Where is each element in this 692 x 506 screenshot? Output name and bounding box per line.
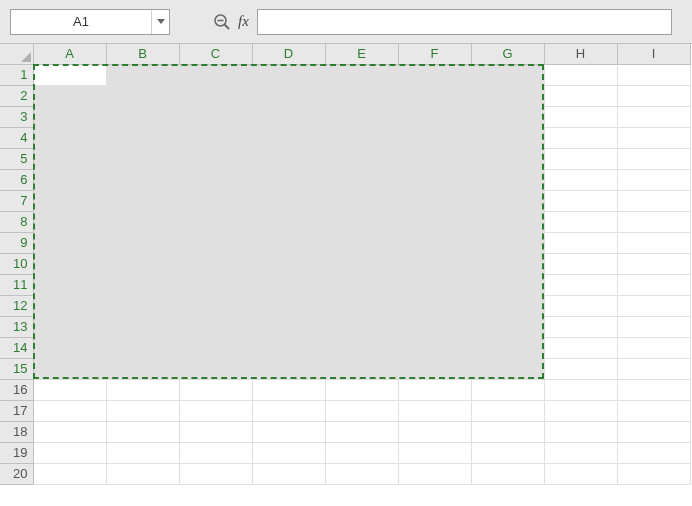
cell-C10[interactable] bbox=[179, 253, 252, 274]
cell-F15[interactable] bbox=[398, 358, 471, 379]
cell-H6[interactable] bbox=[544, 169, 617, 190]
cell-H19[interactable] bbox=[544, 442, 617, 463]
row-header-14[interactable]: 14 bbox=[0, 337, 33, 358]
cell-C11[interactable] bbox=[179, 274, 252, 295]
cell-I16[interactable] bbox=[617, 379, 690, 400]
cell-A2[interactable] bbox=[33, 85, 106, 106]
row-header-9[interactable]: 9 bbox=[0, 232, 33, 253]
row-header-16[interactable]: 16 bbox=[0, 379, 33, 400]
row-header-12[interactable]: 12 bbox=[0, 295, 33, 316]
cell-H18[interactable] bbox=[544, 421, 617, 442]
cell-H1[interactable] bbox=[544, 64, 617, 85]
cell-D12[interactable] bbox=[252, 295, 325, 316]
cell-A19[interactable] bbox=[33, 442, 106, 463]
cell-B1[interactable] bbox=[106, 64, 179, 85]
select-all-cell[interactable] bbox=[0, 44, 33, 64]
cell-F3[interactable] bbox=[398, 106, 471, 127]
cell-B14[interactable] bbox=[106, 337, 179, 358]
row-header-3[interactable]: 3 bbox=[0, 106, 33, 127]
cell-I20[interactable] bbox=[617, 463, 690, 484]
cell-E2[interactable] bbox=[325, 85, 398, 106]
cell-H9[interactable] bbox=[544, 232, 617, 253]
col-header-C[interactable]: C bbox=[179, 44, 252, 64]
cell-D18[interactable] bbox=[252, 421, 325, 442]
cell-I1[interactable] bbox=[617, 64, 690, 85]
cell-F7[interactable] bbox=[398, 190, 471, 211]
cell-F16[interactable] bbox=[398, 379, 471, 400]
cell-D2[interactable] bbox=[252, 85, 325, 106]
cell-C1[interactable] bbox=[179, 64, 252, 85]
cell-A12[interactable] bbox=[33, 295, 106, 316]
cell-H12[interactable] bbox=[544, 295, 617, 316]
cell-A11[interactable] bbox=[33, 274, 106, 295]
cell-D8[interactable] bbox=[252, 211, 325, 232]
col-header-E[interactable]: E bbox=[325, 44, 398, 64]
cell-C8[interactable] bbox=[179, 211, 252, 232]
cell-A8[interactable] bbox=[33, 211, 106, 232]
cell-D14[interactable] bbox=[252, 337, 325, 358]
cell-F18[interactable] bbox=[398, 421, 471, 442]
cell-D10[interactable] bbox=[252, 253, 325, 274]
cell-E7[interactable] bbox=[325, 190, 398, 211]
cell-A16[interactable] bbox=[33, 379, 106, 400]
cell-A3[interactable] bbox=[33, 106, 106, 127]
cell-E13[interactable] bbox=[325, 316, 398, 337]
cell-D13[interactable] bbox=[252, 316, 325, 337]
col-header-A[interactable]: A bbox=[33, 44, 106, 64]
cell-I19[interactable] bbox=[617, 442, 690, 463]
spreadsheet-grid[interactable]: ABCDEFGHI1234567891011121314151617181920 bbox=[0, 44, 691, 485]
cell-B18[interactable] bbox=[106, 421, 179, 442]
cell-G16[interactable] bbox=[471, 379, 544, 400]
cell-D20[interactable] bbox=[252, 463, 325, 484]
cell-E9[interactable] bbox=[325, 232, 398, 253]
cell-E10[interactable] bbox=[325, 253, 398, 274]
cell-B8[interactable] bbox=[106, 211, 179, 232]
cell-I3[interactable] bbox=[617, 106, 690, 127]
cell-B6[interactable] bbox=[106, 169, 179, 190]
col-header-I[interactable]: I bbox=[617, 44, 690, 64]
cell-A1[interactable] bbox=[33, 64, 106, 85]
cell-B2[interactable] bbox=[106, 85, 179, 106]
cell-F4[interactable] bbox=[398, 127, 471, 148]
cell-G2[interactable] bbox=[471, 85, 544, 106]
row-header-19[interactable]: 19 bbox=[0, 442, 33, 463]
cell-C20[interactable] bbox=[179, 463, 252, 484]
cell-C3[interactable] bbox=[179, 106, 252, 127]
cell-D4[interactable] bbox=[252, 127, 325, 148]
cell-F2[interactable] bbox=[398, 85, 471, 106]
cell-H2[interactable] bbox=[544, 85, 617, 106]
row-header-7[interactable]: 7 bbox=[0, 190, 33, 211]
col-header-B[interactable]: B bbox=[106, 44, 179, 64]
cell-B17[interactable] bbox=[106, 400, 179, 421]
row-header-4[interactable]: 4 bbox=[0, 127, 33, 148]
cell-I18[interactable] bbox=[617, 421, 690, 442]
cell-B9[interactable] bbox=[106, 232, 179, 253]
cell-B7[interactable] bbox=[106, 190, 179, 211]
cell-D15[interactable] bbox=[252, 358, 325, 379]
row-header-11[interactable]: 11 bbox=[0, 274, 33, 295]
cell-C17[interactable] bbox=[179, 400, 252, 421]
cell-I4[interactable] bbox=[617, 127, 690, 148]
cell-B19[interactable] bbox=[106, 442, 179, 463]
cell-E8[interactable] bbox=[325, 211, 398, 232]
cell-D19[interactable] bbox=[252, 442, 325, 463]
cell-G17[interactable] bbox=[471, 400, 544, 421]
cell-C16[interactable] bbox=[179, 379, 252, 400]
cell-H13[interactable] bbox=[544, 316, 617, 337]
row-header-5[interactable]: 5 bbox=[0, 148, 33, 169]
cell-C12[interactable] bbox=[179, 295, 252, 316]
col-header-G[interactable]: G bbox=[471, 44, 544, 64]
cell-B13[interactable] bbox=[106, 316, 179, 337]
cell-E6[interactable] bbox=[325, 169, 398, 190]
cell-G5[interactable] bbox=[471, 148, 544, 169]
cell-B4[interactable] bbox=[106, 127, 179, 148]
cell-D9[interactable] bbox=[252, 232, 325, 253]
cell-A5[interactable] bbox=[33, 148, 106, 169]
cell-H10[interactable] bbox=[544, 253, 617, 274]
name-box-dropdown-icon[interactable] bbox=[151, 10, 169, 34]
cell-G4[interactable] bbox=[471, 127, 544, 148]
cell-A14[interactable] bbox=[33, 337, 106, 358]
row-header-6[interactable]: 6 bbox=[0, 169, 33, 190]
cell-B20[interactable] bbox=[106, 463, 179, 484]
cell-C18[interactable] bbox=[179, 421, 252, 442]
